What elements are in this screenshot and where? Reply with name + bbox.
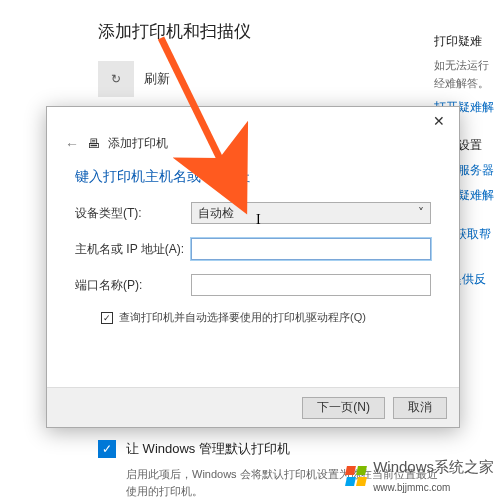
back-arrow-icon[interactable]: ←: [65, 136, 79, 152]
get-help-link[interactable]: 获取帮: [455, 225, 491, 244]
watermark: Windows系统之家 www.bjjmmc.com: [345, 458, 494, 494]
troubleshoot-heading: 打印疑难: [434, 32, 500, 51]
troubleshoot-text2: 经难解答。: [434, 75, 500, 93]
manage-default-checkbox[interactable]: ✓: [98, 440, 116, 458]
cancel-button[interactable]: 取消: [393, 397, 447, 419]
port-label: 端口名称(P):: [75, 277, 191, 294]
next-button[interactable]: 下一页(N): [302, 397, 385, 419]
printer-icon: 🖶: [87, 136, 100, 151]
manage-default-label: 让 Windows 管理默认打印机: [126, 440, 290, 458]
watermark-url: www.bjjmmc.com: [373, 482, 450, 493]
refresh-label: 刷新: [144, 70, 170, 88]
query-printer-label: 查询打印机并自动选择要使用的打印机驱动程序(Q): [119, 310, 366, 325]
watermark-text: Windows系统之家: [373, 458, 494, 475]
host-input[interactable]: [191, 238, 431, 260]
dialog-title: 键入打印机主机名或 IP 地址: [47, 162, 459, 202]
refresh-icon: ↻: [98, 61, 134, 97]
chevron-down-icon: ˅: [418, 206, 424, 220]
windows-logo-icon: [345, 465, 367, 487]
add-printer-dialog: ✕ ← 🖶 添加打印机 键入打印机主机名或 IP 地址 设备类型(T): 自动检…: [46, 106, 460, 428]
device-type-label: 设备类型(T):: [75, 205, 191, 222]
dialog-breadcrumb: 添加打印机: [108, 135, 168, 152]
close-button[interactable]: ✕: [425, 111, 453, 131]
query-printer-checkbox[interactable]: ✓: [101, 312, 113, 324]
device-type-select[interactable]: 自动检 ˅: [191, 202, 431, 224]
port-input[interactable]: [191, 274, 431, 296]
device-type-value: 自动检: [198, 205, 234, 222]
troubleshoot-text: 如无法运行: [434, 57, 500, 75]
host-label: 主机名或 IP 地址(A):: [75, 241, 191, 258]
